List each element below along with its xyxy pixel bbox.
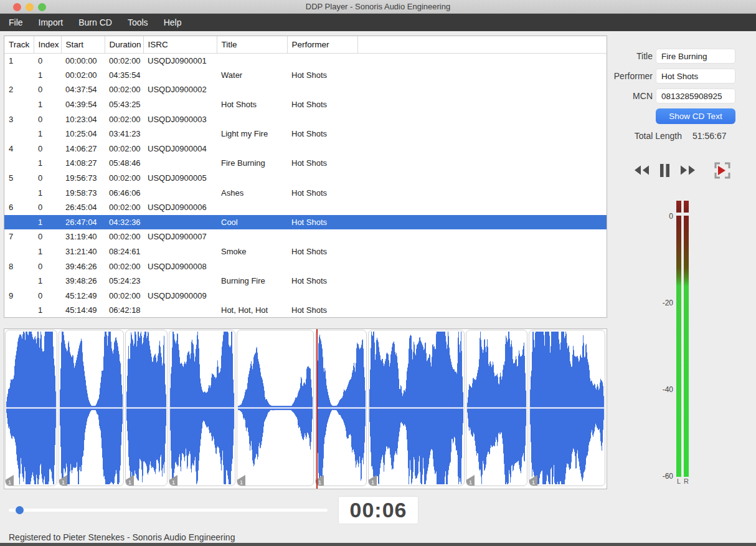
waveform-track-segment[interactable]: 1 [59,330,124,486]
table-row[interactable]: 5019:56:7300:02:00USQDJ0900005 [4,171,607,186]
column-header-performer[interactable]: Performer [287,36,357,53]
waveform-track-segment[interactable]: 1 [5,330,57,486]
cell-index: 1 [34,156,61,171]
pause-icon[interactable] [659,161,670,180]
cell-index: 0 [34,112,61,127]
cell-title: Cool [217,215,287,230]
table-row[interactable]: 1000:00:0000:02:00USQDJ0900001 [4,53,607,68]
table-row[interactable]: 8039:46:2600:02:00USQDJ0900008 [4,259,607,274]
cell-track [4,156,34,171]
cell-index: 1 [34,97,61,112]
channel-label-left: L [676,477,681,485]
meter-scale-label: 0 [647,212,673,221]
table-row[interactable]: 139:48:2605:24:23Burning FireHot Shots [4,274,607,289]
cell-title: Light my Fire [217,127,287,141]
app-window: DDP Player - Sonoris Audio Engineering F… [0,0,756,546]
registration-status-text: Registered to Pieter Stenekes - Sonoris … [9,532,235,542]
table-row[interactable]: 4014:06:2700:02:00USQDJ0900004 [4,141,607,156]
column-header-track[interactable]: Track [4,36,34,53]
cell-performer: Hot Shots [287,156,357,171]
waveform-track-segment[interactable]: 1 [125,330,168,486]
cell-start: 26:47:04 [61,215,105,230]
table-row[interactable]: 110:25:0403:41:23Light my FireHot Shots [4,127,607,141]
cell-title: Hot, Hot, Hot [217,303,287,318]
cell-performer: Hot Shots [287,185,357,200]
meter-scale-label: -40 [647,385,673,394]
menu-item-import[interactable]: Import [39,14,64,31]
cell-duration: 00:02:00 [105,289,143,304]
cell-duration: 00:02:00 [105,229,143,244]
title-bar: DDP Player - Sonoris Audio Engineering [0,0,756,14]
cell-performer: Hot Shots [287,274,357,289]
cell-title: Hot Shots [217,97,287,112]
waveform-track-segment[interactable]: 1 [237,330,314,486]
cell-start: 39:46:26 [61,259,105,274]
cell-duration: 05:48:46 [105,156,143,171]
cell-title [217,82,287,97]
seek-slider-thumb[interactable] [16,506,24,514]
table-row[interactable]: 131:21:4008:24:61SmokeHot Shots [4,244,607,259]
cell-duration: 00:02:00 [105,82,143,97]
show-cd-text-button[interactable]: Show CD Text [656,108,735,124]
cell-isrc: USQDJ0900001 [143,53,217,68]
waveform-track-segment[interactable]: 1 [368,330,465,486]
menu-item-tools[interactable]: Tools [128,14,148,31]
table-row[interactable]: 114:08:2705:48:46Fire BurningHot Shots [4,156,607,171]
cell-title: Burning Fire [217,274,287,289]
table-row[interactable]: 126:47:0404:32:36CoolHot Shots [4,215,607,230]
table-row[interactable]: 3010:23:0400:02:00USQDJ0900003 [4,112,607,127]
table-row[interactable]: 7031:19:4000:02:00USQDJ0900007 [4,229,607,244]
menu-item-burn-cd[interactable]: Burn CD [78,14,112,31]
table-row[interactable]: 2004:37:5400:02:00USQDJ0900002 [4,82,607,97]
mcn-field[interactable] [656,89,735,103]
table-row[interactable]: 9045:12:4900:02:00USQDJ0900009 [4,289,607,304]
column-header-index[interactable]: Index [34,36,61,53]
column-header-title[interactable]: Title [217,36,287,53]
track-table: TrackIndexStartDurationISRCTitlePerforme… [4,36,607,318]
waveform-panel[interactable]: 111111111 [4,328,607,489]
cell-duration: 00:02:00 [105,259,143,274]
title-field[interactable] [656,49,735,64]
cell-title: Smoke [217,244,287,259]
fast-forward-icon[interactable] [679,161,696,180]
cell-title [217,112,287,127]
column-header-isrc[interactable]: ISRC [143,36,217,53]
column-header-start[interactable]: Start [61,36,105,53]
table-row[interactable]: 6026:45:0400:02:00USQDJ0900006 [4,200,607,215]
cell-start: 04:39:54 [61,97,105,112]
waveform-track-segment[interactable]: 1 [529,330,605,486]
table-row[interactable]: 100:02:0004:35:54WaterHot Shots [4,68,607,83]
waveform-track-segment[interactable]: 1 [169,330,235,486]
cell-title [217,229,287,244]
cell-start: 31:21:40 [61,244,105,259]
column-header-duration[interactable]: Duration [105,36,143,53]
cell-performer [287,259,357,274]
play-to-marker-icon[interactable] [712,161,732,180]
cell-performer [287,141,357,156]
time-display-value: 00:06 [339,497,418,524]
table-row[interactable]: 104:39:5405:43:25Hot ShotsHot Shots [4,97,607,112]
cell-isrc: USQDJ0900009 [143,289,217,304]
cell-track: 7 [4,229,34,244]
time-display: 00:06 [338,496,418,524]
meter-scale-label: -20 [647,299,673,307]
rewind-icon[interactable] [633,161,650,180]
seek-slider-track[interactable] [9,509,328,512]
cell-duration: 06:46:06 [105,185,143,200]
waveform-track-segment[interactable]: 1 [466,330,527,486]
performer-field[interactable] [656,69,735,84]
cell-start: 39:48:26 [61,274,105,289]
table-row[interactable]: 119:58:7306:46:06AshesHot Shots [4,185,607,200]
cell-title [217,171,287,186]
cell-title [217,259,287,274]
menu-item-help[interactable]: Help [164,14,182,31]
table-body: 1000:00:0000:02:00USQDJ0900001100:02:000… [4,53,607,318]
playhead-cursor[interactable] [316,329,318,489]
performer-field-label: Performer [598,69,653,84]
table-row[interactable]: 145:14:4906:42:18Hot, Hot, HotHot Shots [4,303,607,318]
waveform-track-segment[interactable]: 1 [315,330,367,486]
meter-scale-label: -60 [647,472,673,481]
menu-item-file[interactable]: File [9,14,23,31]
cell-duration: 06:42:18 [105,303,143,318]
cell-performer: Hot Shots [287,97,357,112]
